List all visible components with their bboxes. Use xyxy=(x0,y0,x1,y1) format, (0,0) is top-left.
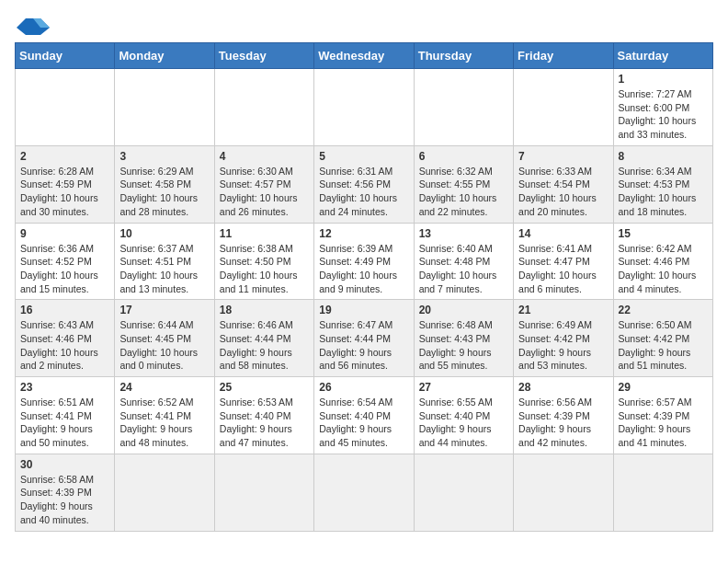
calendar-header-row: SundayMondayTuesdayWednesdayThursdayFrid… xyxy=(16,43,713,69)
day-number: 1 xyxy=(619,73,708,86)
calendar-cell: 7Sunrise: 6:33 AM Sunset: 4:54 PM Daylig… xyxy=(514,145,613,223)
calendar-cell xyxy=(514,454,613,531)
calendar-cell xyxy=(314,454,414,531)
calendar-cell: 19Sunrise: 6:47 AM Sunset: 4:44 PM Dayli… xyxy=(314,300,414,377)
calendar-cell: 5Sunrise: 6:31 AM Sunset: 4:56 PM Daylig… xyxy=(314,145,414,223)
calendar-cell: 14Sunrise: 6:41 AM Sunset: 4:47 PM Dayli… xyxy=(514,223,613,300)
day-number: 10 xyxy=(119,227,209,240)
day-number: 26 xyxy=(319,381,408,394)
calendar-cell: 22Sunrise: 6:50 AM Sunset: 4:42 PM Dayli… xyxy=(613,300,712,377)
day-info: Sunrise: 6:36 AM Sunset: 4:52 PM Dayligh… xyxy=(20,242,109,296)
day-number: 20 xyxy=(419,304,508,316)
calendar-table: SundayMondayTuesdayWednesdayThursdayFrid… xyxy=(15,42,713,532)
day-info: Sunrise: 6:44 AM Sunset: 4:45 PM Dayligh… xyxy=(119,318,209,373)
calendar-cell xyxy=(16,69,115,146)
calendar-cell xyxy=(414,69,513,146)
day-info: Sunrise: 6:53 AM Sunset: 4:40 PM Dayligh… xyxy=(220,396,309,450)
logo xyxy=(15,15,50,35)
day-number: 27 xyxy=(419,381,508,394)
calendar-cell: 12Sunrise: 6:39 AM Sunset: 4:49 PM Dayli… xyxy=(314,223,414,300)
day-number: 2 xyxy=(20,150,109,163)
calendar-week-row: 23Sunrise: 6:51 AM Sunset: 4:41 PM Dayli… xyxy=(16,377,713,454)
calendar-cell: 15Sunrise: 6:42 AM Sunset: 4:46 PM Dayli… xyxy=(613,223,712,300)
calendar-cell: 16Sunrise: 6:43 AM Sunset: 4:46 PM Dayli… xyxy=(16,300,115,377)
day-info: Sunrise: 6:37 AM Sunset: 4:51 PM Dayligh… xyxy=(119,242,209,296)
calendar-cell xyxy=(314,69,414,146)
day-info: Sunrise: 6:41 AM Sunset: 4:47 PM Dayligh… xyxy=(518,242,608,296)
day-number: 19 xyxy=(319,304,408,316)
logo-icon xyxy=(17,15,50,35)
day-number: 15 xyxy=(619,227,708,240)
day-number: 16 xyxy=(20,304,109,316)
day-info: Sunrise: 6:58 AM Sunset: 4:39 PM Dayligh… xyxy=(20,473,109,527)
day-info: Sunrise: 6:57 AM Sunset: 4:39 PM Dayligh… xyxy=(619,396,708,450)
calendar-cell xyxy=(414,454,513,531)
day-number: 25 xyxy=(220,381,309,394)
day-info: Sunrise: 6:48 AM Sunset: 4:43 PM Dayligh… xyxy=(419,318,508,373)
day-info: Sunrise: 6:56 AM Sunset: 4:39 PM Dayligh… xyxy=(518,396,608,450)
calendar-cell: 4Sunrise: 6:30 AM Sunset: 4:57 PM Daylig… xyxy=(214,145,313,223)
calendar-cell: 25Sunrise: 6:53 AM Sunset: 4:40 PM Dayli… xyxy=(214,377,313,454)
day-info: Sunrise: 6:34 AM Sunset: 4:53 PM Dayligh… xyxy=(619,165,708,219)
day-number: 17 xyxy=(119,304,209,316)
calendar-cell: 17Sunrise: 6:44 AM Sunset: 4:45 PM Dayli… xyxy=(115,300,214,377)
day-info: Sunrise: 6:54 AM Sunset: 4:40 PM Dayligh… xyxy=(319,396,408,450)
day-info: Sunrise: 6:28 AM Sunset: 4:59 PM Dayligh… xyxy=(20,165,109,219)
day-info: Sunrise: 6:30 AM Sunset: 4:57 PM Dayligh… xyxy=(220,165,309,219)
day-info: Sunrise: 6:33 AM Sunset: 4:54 PM Dayligh… xyxy=(518,165,608,219)
calendar-week-row: 2Sunrise: 6:28 AM Sunset: 4:59 PM Daylig… xyxy=(16,145,713,223)
calendar-cell: 30Sunrise: 6:58 AM Sunset: 4:39 PM Dayli… xyxy=(16,454,115,531)
calendar-cell xyxy=(514,69,613,146)
calendar-weekday-monday: Monday xyxy=(115,43,214,69)
calendar-cell: 18Sunrise: 6:46 AM Sunset: 4:44 PM Dayli… xyxy=(214,300,313,377)
day-number: 5 xyxy=(319,150,408,163)
day-number: 24 xyxy=(119,381,209,394)
calendar-cell: 24Sunrise: 6:52 AM Sunset: 4:41 PM Dayli… xyxy=(115,377,214,454)
calendar-cell: 2Sunrise: 6:28 AM Sunset: 4:59 PM Daylig… xyxy=(16,145,115,223)
day-info: Sunrise: 6:32 AM Sunset: 4:55 PM Dayligh… xyxy=(419,165,508,219)
day-number: 13 xyxy=(419,227,508,240)
calendar-cell: 8Sunrise: 6:34 AM Sunset: 4:53 PM Daylig… xyxy=(613,145,712,223)
day-number: 22 xyxy=(619,304,708,316)
calendar-cell: 9Sunrise: 6:36 AM Sunset: 4:52 PM Daylig… xyxy=(16,223,115,300)
calendar-weekday-friday: Friday xyxy=(514,43,613,69)
day-number: 8 xyxy=(619,150,708,163)
day-number: 28 xyxy=(518,381,608,394)
day-number: 14 xyxy=(518,227,608,240)
calendar-week-row: 9Sunrise: 6:36 AM Sunset: 4:52 PM Daylig… xyxy=(16,223,713,300)
day-number: 23 xyxy=(20,381,109,394)
day-number: 3 xyxy=(119,150,209,163)
calendar-cell: 11Sunrise: 6:38 AM Sunset: 4:50 PM Dayli… xyxy=(214,223,313,300)
calendar-cell: 28Sunrise: 6:56 AM Sunset: 4:39 PM Dayli… xyxy=(514,377,613,454)
calendar-cell: 10Sunrise: 6:37 AM Sunset: 4:51 PM Dayli… xyxy=(115,223,214,300)
day-number: 12 xyxy=(319,227,408,240)
day-info: Sunrise: 6:50 AM Sunset: 4:42 PM Dayligh… xyxy=(619,318,708,373)
calendar-weekday-thursday: Thursday xyxy=(414,43,513,69)
day-number: 21 xyxy=(518,304,608,316)
calendar-weekday-sunday: Sunday xyxy=(16,43,115,69)
calendar-week-row: 1Sunrise: 7:27 AM Sunset: 6:00 PM Daylig… xyxy=(16,69,713,146)
calendar-cell: 13Sunrise: 6:40 AM Sunset: 4:48 PM Dayli… xyxy=(414,223,513,300)
calendar-cell xyxy=(115,69,214,146)
day-number: 11 xyxy=(220,227,309,240)
day-info: Sunrise: 6:55 AM Sunset: 4:40 PM Dayligh… xyxy=(419,396,508,450)
calendar-cell: 29Sunrise: 6:57 AM Sunset: 4:39 PM Dayli… xyxy=(613,377,712,454)
calendar-weekday-wednesday: Wednesday xyxy=(314,43,414,69)
calendar-cell: 1Sunrise: 7:27 AM Sunset: 6:00 PM Daylig… xyxy=(613,69,712,146)
day-info: Sunrise: 7:27 AM Sunset: 6:00 PM Dayligh… xyxy=(619,87,708,142)
calendar-cell: 23Sunrise: 6:51 AM Sunset: 4:41 PM Dayli… xyxy=(16,377,115,454)
day-info: Sunrise: 6:39 AM Sunset: 4:49 PM Dayligh… xyxy=(319,242,408,296)
calendar-cell xyxy=(613,454,712,531)
page-header xyxy=(15,15,713,35)
day-number: 18 xyxy=(220,304,309,316)
calendar-cell: 6Sunrise: 6:32 AM Sunset: 4:55 PM Daylig… xyxy=(414,145,513,223)
calendar-cell: 21Sunrise: 6:49 AM Sunset: 4:42 PM Dayli… xyxy=(514,300,613,377)
calendar-weekday-tuesday: Tuesday xyxy=(214,43,313,69)
calendar-cell: 20Sunrise: 6:48 AM Sunset: 4:43 PM Dayli… xyxy=(414,300,513,377)
day-info: Sunrise: 6:43 AM Sunset: 4:46 PM Dayligh… xyxy=(20,318,109,373)
calendar-weekday-saturday: Saturday xyxy=(613,43,712,69)
day-info: Sunrise: 6:38 AM Sunset: 4:50 PM Dayligh… xyxy=(220,242,309,296)
day-info: Sunrise: 6:29 AM Sunset: 4:58 PM Dayligh… xyxy=(119,165,209,219)
calendar-cell xyxy=(214,454,313,531)
day-number: 29 xyxy=(619,381,708,394)
